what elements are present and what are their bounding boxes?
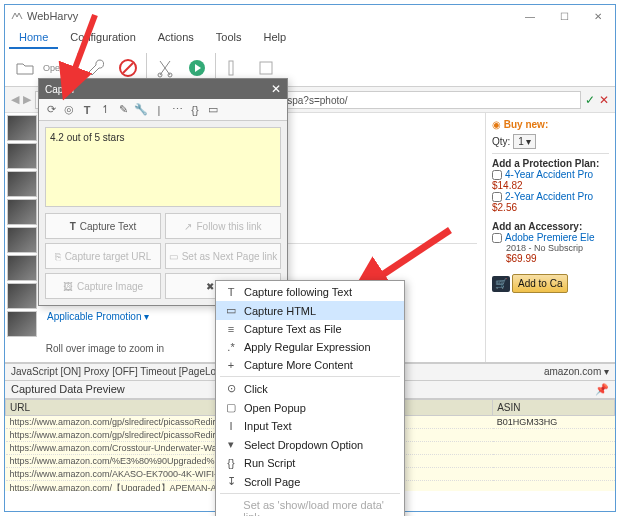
menu-configuration[interactable]: Configuration xyxy=(60,27,145,49)
next-page-button[interactable]: ▭Set as Next Page link xyxy=(165,243,281,269)
menu-item-icon: ↧ xyxy=(224,475,238,488)
acc1-sub: 2018 - No Subscrip xyxy=(492,243,609,253)
menu-item-icon: ≡ xyxy=(224,323,238,335)
capture-titlebar[interactable]: Captur ✕ xyxy=(39,79,287,99)
menu-item-capture-following-text[interactable]: TCapture following Text xyxy=(216,283,404,301)
menu-item-input-text[interactable]: IInput Text xyxy=(216,417,404,435)
capture-image-button[interactable]: 🖼Capture Image xyxy=(45,273,161,299)
capture-title: Captur xyxy=(45,84,75,95)
plan2-price: $2.56 xyxy=(492,202,609,213)
page-icon: ▭ xyxy=(169,251,178,262)
thumbnail[interactable] xyxy=(7,199,37,225)
qty-label: Qty: xyxy=(492,136,510,147)
thumbnail[interactable] xyxy=(7,143,37,169)
capture-preview: 4.2 out of 5 stars xyxy=(45,127,281,207)
target-icon[interactable]: ◎ xyxy=(61,102,77,118)
close-button[interactable]: ✕ xyxy=(581,5,615,27)
accessory-header: Add an Accessory: xyxy=(492,221,609,232)
menu-item-apply-regular-expression[interactable]: .*Apply Regular Expression xyxy=(216,338,404,356)
acc1-checkbox[interactable] xyxy=(492,233,502,243)
ellipsis-icon[interactable]: ⋯ xyxy=(169,102,185,118)
forward-icon[interactable]: ▶ xyxy=(23,93,31,106)
pencil-icon[interactable]: ✎ xyxy=(115,102,131,118)
menubar: Home Configuration Actions Tools Help xyxy=(5,27,615,49)
menu-item-icon: ⊙ xyxy=(224,382,238,395)
thumbnail[interactable] xyxy=(7,255,37,281)
plan4-link[interactable]: 4-Year Accident Pro xyxy=(505,169,593,180)
menu-item-capture-text-as-file[interactable]: ≡Capture Text as File xyxy=(216,320,404,338)
menu-item-run-script[interactable]: {}Run Script xyxy=(216,454,404,472)
image-icon: 🖼 xyxy=(63,281,73,292)
menu-actions[interactable]: Actions xyxy=(148,27,204,49)
buy-new-label: Buy new: xyxy=(504,119,548,130)
url-icon: ⎘ xyxy=(55,251,61,262)
thumbnail[interactable] xyxy=(7,171,37,197)
pin-icon[interactable]: 📌 xyxy=(595,383,609,396)
page-icon[interactable]: ▭ xyxy=(205,102,221,118)
thumbnail[interactable] xyxy=(7,115,37,141)
back-icon[interactable]: ◀ xyxy=(11,93,19,106)
more-options-menu: TCapture following Text▭Capture HTML≡Cap… xyxy=(215,280,405,516)
capture-text-button[interactable]: TCapture Text xyxy=(45,213,161,239)
thumbnail[interactable] xyxy=(7,311,37,337)
menu-item-select-dropdown-option[interactable]: ▾Select Dropdown Option xyxy=(216,435,404,454)
capture-url-button[interactable]: ⎘Capture target URL xyxy=(45,243,161,269)
plan2-checkbox[interactable] xyxy=(492,192,502,202)
menu-item-capture-more-content[interactable]: +Capture More Content xyxy=(216,356,404,374)
plan4-checkbox[interactable] xyxy=(492,170,502,180)
menu-item-scroll-page[interactable]: ↧Scroll Page xyxy=(216,472,404,491)
capture-toolbar: ⟳ ◎ T ↿ ✎ 🔧 | ⋯ {} ▭ xyxy=(39,99,287,121)
text-icon[interactable]: T xyxy=(79,102,95,118)
capture-close-icon[interactable]: ✕ xyxy=(271,82,281,96)
menu-help[interactable]: Help xyxy=(254,27,297,49)
rollover-hint: Roll over image to zoom in xyxy=(35,339,175,358)
cart-icon: 🛒 xyxy=(492,276,510,292)
col-asin[interactable]: ASIN xyxy=(493,400,615,416)
thumbnail-strip xyxy=(5,113,39,362)
menu-home[interactable]: Home xyxy=(9,27,58,49)
link-icon: ↗ xyxy=(184,221,192,232)
menu-item-icon: .* xyxy=(224,341,238,353)
thumbnail[interactable] xyxy=(7,283,37,309)
braces-icon[interactable]: {} xyxy=(187,102,203,118)
plan4-price: $14.82 xyxy=(492,180,609,191)
follow-link-button[interactable]: ↗Follow this link xyxy=(165,213,281,239)
cross-icon: ✖ xyxy=(206,281,214,292)
minimize-button[interactable]: — xyxy=(513,5,547,27)
menu-item-icon: I xyxy=(224,420,238,432)
wrench2-icon[interactable]: 🔧 xyxy=(133,102,149,118)
capture-panel: Captur ✕ ⟳ ◎ T ↿ ✎ 🔧 | ⋯ {} ▭ 4.2 out of… xyxy=(38,78,288,306)
menu-item-click[interactable]: ⊙Click xyxy=(216,379,404,398)
menu-item-open-popup[interactable]: ▢Open Popup xyxy=(216,398,404,417)
status-domain[interactable]: amazon.com ▾ xyxy=(544,366,609,378)
svg-line-1 xyxy=(123,63,133,73)
buy-box: ◉ Buy new: Qty: 1 ▾ Add a Protection Pla… xyxy=(485,113,615,362)
open-label: Open... xyxy=(43,63,73,73)
titlebar: WebHarvy — ☐ ✕ xyxy=(5,5,615,27)
text-icon: T xyxy=(70,221,76,232)
qty-select[interactable]: 1 ▾ xyxy=(513,134,536,149)
node-up-icon[interactable]: ↿ xyxy=(97,102,113,118)
menu-item-icon: ▭ xyxy=(224,304,238,317)
maximize-button[interactable]: ☐ xyxy=(547,5,581,27)
refresh-icon[interactable]: ⟳ xyxy=(43,102,59,118)
thumbnail[interactable] xyxy=(7,227,37,253)
menu-item-set-as-show-load-more-data-link: Set as 'show/load more data' link xyxy=(216,496,404,516)
add-to-cart-button[interactable]: Add to Ca xyxy=(512,274,568,293)
nav-stop-icon[interactable]: ✕ xyxy=(599,93,609,107)
menu-item-capture-html[interactable]: ▭Capture HTML xyxy=(216,301,404,320)
app-icon xyxy=(11,10,23,22)
open-button[interactable] xyxy=(11,54,39,82)
preview-title: Captured Data Preview xyxy=(11,383,125,396)
menu-tools[interactable]: Tools xyxy=(206,27,252,49)
acc1-link[interactable]: Adobe Premiere Ele xyxy=(505,232,595,243)
plan2-link[interactable]: 2-Year Accident Pro xyxy=(505,191,593,202)
menu-item-icon: ▾ xyxy=(224,438,238,451)
acc1-price: $69.99 xyxy=(492,253,609,264)
protection-plan-header: Add a Protection Plan: xyxy=(492,158,609,169)
svg-rect-6 xyxy=(260,62,272,74)
svg-rect-5 xyxy=(229,61,233,75)
nav-go-icon[interactable]: ✓ xyxy=(585,93,595,107)
app-title: WebHarvy xyxy=(27,10,78,22)
menu-item-icon: {} xyxy=(224,457,238,469)
